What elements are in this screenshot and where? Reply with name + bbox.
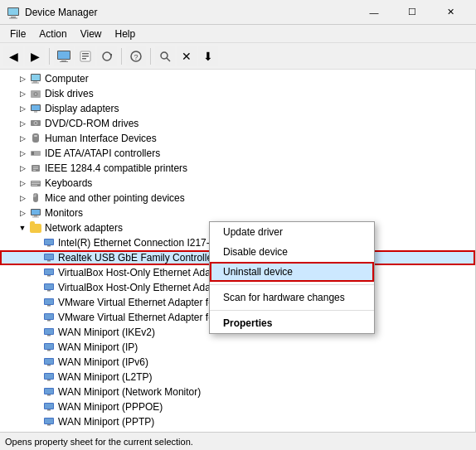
ctx-uninstall-device[interactable]: Uninstall device: [210, 262, 374, 282]
wan-ipv6-icon: [42, 356, 56, 369]
svg-rect-19: [32, 75, 40, 80]
tree-item-wan-ipv6[interactable]: WAN Miniport (IPv6): [0, 355, 475, 370]
expand-disk-drives[interactable]: ▷: [17, 88, 28, 99]
svg-rect-57: [47, 275, 51, 277]
expand-monitors[interactable]: ▷: [17, 207, 28, 219]
maximize-button[interactable]: ☐: [393, 0, 431, 25]
label-wan-ip: WAN Miniport (IP): [58, 341, 138, 353]
intel-eth-icon: [42, 236, 56, 249]
svg-rect-26: [32, 105, 40, 110]
svg-rect-56: [45, 269, 53, 274]
label-dvd-drives: DVD/CD-ROM drives: [45, 118, 138, 129]
status-bar: Opens property sheet for the current sel…: [0, 432, 476, 450]
label-wan-ipv6: WAN Miniport (IPv6): [58, 356, 148, 368]
main-area: ▷ Computer ▷ Disk drives ▷ Display adapt…: [0, 70, 476, 432]
tree-item-wan-pppoe[interactable]: WAN Miniport (PPPOE): [0, 399, 475, 414]
tree-item-wan-l2tp[interactable]: WAN Miniport (L2TP): [0, 370, 475, 385]
tree-item-wan-sstp[interactable]: WAN Miniport (SSTP): [0, 429, 475, 432]
down-button[interactable]: ⬇: [198, 46, 218, 66]
expand-dvd-drives[interactable]: ▷: [17, 118, 28, 129]
expand-display-adapters[interactable]: ▷: [17, 103, 28, 114]
stop-button[interactable]: ✕: [177, 46, 197, 66]
svg-rect-39: [32, 181, 40, 182]
svg-rect-71: [45, 344, 53, 349]
expand-vbox2: [30, 282, 41, 293]
status-text: Opens property sheet for the current sel…: [5, 437, 193, 447]
svg-rect-47: [34, 216, 37, 217]
svg-rect-7: [60, 61, 68, 62]
disk-drives-icon: [29, 87, 42, 100]
svg-point-16: [161, 52, 168, 59]
svg-line-17: [167, 58, 170, 61]
expand-ieee[interactable]: ▷: [17, 162, 28, 174]
svg-rect-84: [47, 409, 51, 411]
expand-ide[interactable]: ▷: [17, 148, 28, 159]
toolbar-separator-3: [150, 48, 151, 65]
tree-item-wan-ip[interactable]: WAN Miniport (IP): [0, 340, 475, 355]
tree-item-dvd-drives[interactable]: ▷ DVD/CD-ROM drives: [0, 116, 475, 131]
tree-item-ide[interactable]: ▷ IDE ATA/ATAPI controllers: [0, 146, 475, 161]
svg-rect-53: [45, 254, 53, 259]
tree-item-wan-monitor[interactable]: WAN Miniport (Network Monitor): [0, 385, 475, 399]
ctx-update-driver[interactable]: Update driver: [210, 222, 374, 242]
expand-computer[interactable]: ▷: [17, 73, 28, 85]
wan-ip-icon: [42, 341, 56, 354]
svg-rect-36: [33, 168, 38, 169]
minimize-button[interactable]: —: [355, 0, 393, 25]
svg-rect-86: [45, 419, 53, 423]
menu-view[interactable]: View: [74, 27, 109, 41]
properties-button[interactable]: [75, 46, 95, 66]
tree-item-computer[interactable]: ▷ Computer: [0, 71, 475, 86]
tree-item-monitors[interactable]: ▷ Monitors: [0, 206, 475, 220]
expand-wan-sstp: [30, 431, 41, 432]
label-ieee: IEEE 1284.4 compatible printers: [45, 162, 187, 174]
wan-ikev2-icon: [42, 326, 56, 339]
svg-rect-74: [45, 359, 53, 364]
window-title: Device Manager: [25, 7, 97, 18]
tree-item-hid[interactable]: ▷ Human Interface Devices: [0, 131, 475, 146]
expand-vmware1: [30, 297, 41, 308]
ctx-properties[interactable]: Properties: [210, 313, 374, 333]
svg-rect-48: [32, 217, 39, 218]
svg-rect-65: [45, 314, 53, 319]
menu-file[interactable]: File: [3, 27, 32, 41]
tree-item-mice[interactable]: ▷ Mice and other pointing devices: [0, 191, 475, 206]
device-manager-button[interactable]: [54, 46, 74, 66]
svg-rect-54: [47, 260, 51, 262]
expand-vmware2: [30, 312, 41, 323]
expand-keyboards[interactable]: ▷: [17, 177, 28, 189]
expand-network-adapters[interactable]: ▼: [17, 222, 28, 234]
svg-rect-68: [45, 329, 53, 334]
svg-rect-3: [9, 17, 17, 18]
menu-action[interactable]: Action: [32, 27, 73, 41]
menu-help[interactable]: Help: [109, 27, 143, 41]
expand-wan-ikev2: [30, 327, 41, 338]
expand-mice[interactable]: ▷: [17, 192, 28, 204]
forward-button[interactable]: ▶: [25, 46, 45, 66]
tree-item-ieee[interactable]: ▷ IEEE 1284.4 compatible printers: [0, 161, 475, 176]
ctx-scan[interactable]: Scan for hardware changes: [210, 288, 374, 307]
svg-rect-66: [47, 320, 51, 322]
ctx-disable-device[interactable]: Disable device: [210, 242, 374, 262]
close-button[interactable]: ✕: [431, 0, 469, 25]
refresh-button[interactable]: [97, 46, 117, 66]
hid-icon: [29, 132, 42, 145]
svg-rect-75: [47, 365, 51, 366]
label-vbox2: VirtualBox Host-Only Ethernet Ada...: [58, 282, 219, 293]
expand-hid[interactable]: ▷: [17, 133, 28, 144]
device-tree[interactable]: ▷ Computer ▷ Disk drives ▷ Display adapt…: [0, 70, 476, 432]
tree-item-wan-pptp[interactable]: WAN Miniport (PPTP): [0, 414, 475, 429]
help-button[interactable]: ?: [126, 46, 146, 66]
tree-item-disk-drives[interactable]: ▷ Disk drives: [0, 86, 475, 101]
svg-rect-69: [47, 335, 51, 336]
ieee-icon: [29, 162, 42, 175]
tree-item-keyboards[interactable]: ▷ Keyboards: [0, 176, 475, 191]
wan-pppoe-icon: [42, 400, 56, 414]
computer-icon: [29, 72, 42, 85]
vmware1-icon: [42, 296, 56, 309]
scan-button[interactable]: [155, 46, 175, 66]
back-button[interactable]: ◀: [3, 46, 23, 66]
tree-item-display-adapters[interactable]: ▷ Display adapters: [0, 101, 475, 116]
label-wan-l2tp: WAN Miniport (L2TP): [58, 371, 153, 383]
ctx-separator-1: [210, 284, 374, 285]
